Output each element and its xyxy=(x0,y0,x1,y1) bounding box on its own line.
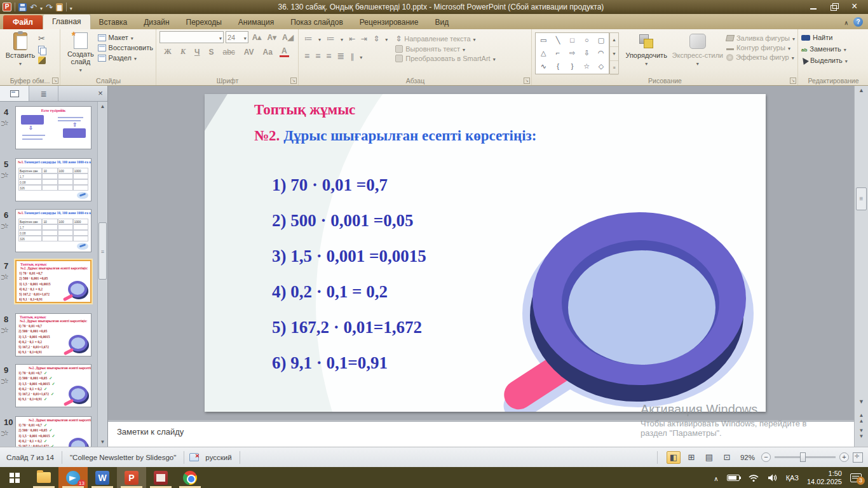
undo-dropdown-arrow[interactable] xyxy=(40,1,43,13)
convert-smartart-button[interactable]: Преобразовать в SmartArt xyxy=(395,55,495,62)
slides-tab[interactable] xyxy=(0,86,29,101)
bullets-icon[interactable] xyxy=(304,32,313,44)
copy-icon[interactable] xyxy=(38,46,46,54)
notification-center-icon[interactable]: 3 xyxy=(850,473,862,482)
drawing-dialog-launcher[interactable] xyxy=(790,78,796,84)
change-case-button[interactable]: Aa xyxy=(261,48,275,57)
main-scrollbar[interactable] xyxy=(854,86,868,447)
font-size-combo[interactable]: 24 xyxy=(226,31,248,43)
fit-slide-button[interactable] xyxy=(853,452,863,463)
new-slide-dropdown-arrow[interactable] xyxy=(79,65,82,73)
slide-sorter-button[interactable]: ⊞ xyxy=(684,451,698,464)
italic-button[interactable]: К xyxy=(179,47,187,57)
restore-button[interactable] xyxy=(830,3,839,11)
slide-thumbnail-5[interactable]: 5 №1.Төмендегі сандарды 10, 100 және 100… xyxy=(1,157,95,208)
tab-insert[interactable]: Вставка xyxy=(91,16,136,29)
problems-list[interactable]: 1) 70 · 0,01 =0,72) 500 · 0,001 =0,053) … xyxy=(272,175,426,389)
shape-effects-button[interactable]: Эффекты фигур xyxy=(726,53,795,61)
powerpoint-app-icon[interactable] xyxy=(3,3,11,11)
previous-slide-icon[interactable] xyxy=(855,412,868,424)
tray-clock[interactable]: 1:50 14.02.2025 xyxy=(807,470,842,486)
character-spacing-button[interactable]: AV xyxy=(242,48,256,57)
tab-home[interactable]: Главная xyxy=(43,14,91,29)
panel-scroll-up-icon[interactable] xyxy=(98,102,107,111)
wifi-icon[interactable] xyxy=(748,473,759,482)
line-spacing-icon[interactable] xyxy=(373,32,379,44)
tab-design[interactable]: Дизайн xyxy=(135,16,177,29)
panel-scroll-thumb[interactable] xyxy=(98,222,107,280)
layout-button[interactable]: Макет xyxy=(98,34,153,41)
scroll-down-icon[interactable] xyxy=(855,398,868,405)
cut-icon[interactable] xyxy=(38,34,46,43)
slide-thumbnail-8[interactable]: 8 Топтық жұмыс №2. Дұрыс шығарылған есеп… xyxy=(1,312,95,363)
panel-scrollbar[interactable] xyxy=(97,102,107,447)
language-indicator[interactable]: русский xyxy=(203,454,234,461)
reading-view-button[interactable]: ▤ xyxy=(702,451,716,464)
tab-file[interactable]: Файл xyxy=(3,15,43,29)
theme-name[interactable]: "College Newsletter by Slidesgo" xyxy=(67,454,179,461)
save-icon[interactable] xyxy=(18,3,27,11)
reset-button[interactable]: Восстановить xyxy=(98,44,153,51)
paste-dropdown-arrow[interactable] xyxy=(19,59,22,67)
close-panel-icon[interactable] xyxy=(93,86,107,101)
slide-subtitle[interactable]: №2. Дұрыс шығарылған есепті көрсетіңіз: xyxy=(254,128,536,144)
clear-formatting-icon[interactable]: A◢ xyxy=(280,33,295,42)
new-slide-button[interactable]: Создать слайд xyxy=(64,31,98,73)
taskbar-powerpoint-active[interactable] xyxy=(117,467,146,488)
slide-thumbnail-4[interactable]: 4 Есте түсірейік ⇩ ⇧ xyxy=(1,105,95,156)
taskbar-telegram[interactable]: 13 xyxy=(58,467,88,488)
shapes-gallery-scroll[interactable]: ▲▼≡ xyxy=(609,32,618,74)
decrease-indent-icon[interactable] xyxy=(349,32,355,44)
shadow-button[interactable]: S xyxy=(207,48,215,57)
paste-icon[interactable] xyxy=(56,3,63,11)
battery-icon[interactable] xyxy=(727,475,740,481)
taskbar-word[interactable] xyxy=(88,467,117,488)
clipboard-dialog-launcher[interactable] xyxy=(52,78,58,84)
slide-thumbnail-10[interactable]: 10 №2. Дұрыс шығарылған есепті көрсетіңі… xyxy=(1,415,95,447)
slide-title[interactable]: Топтық жұмыс xyxy=(254,102,355,118)
arrange-button[interactable]: Упорядочить xyxy=(623,31,670,73)
section-button[interactable]: Раздел xyxy=(98,54,153,62)
normal-view-button[interactable]: ◧ xyxy=(667,451,681,464)
slide-canvas[interactable]: Топтық жұмыс №2. Дұрыс шығарылған есепті… xyxy=(205,94,766,412)
shape-outline-button[interactable]: Контур фигуры xyxy=(726,44,795,51)
zoom-slider[interactable] xyxy=(775,456,836,458)
shapes-gallery[interactable]: ▭╲□○▢△⌐⇨⇩◠∿{}☆◇ xyxy=(535,32,609,74)
strikethrough-button[interactable]: abc xyxy=(220,48,236,57)
scroll-up-icon[interactable] xyxy=(855,87,868,93)
collapse-ribbon-icon[interactable] xyxy=(844,16,848,27)
tray-expand-icon[interactable] xyxy=(714,472,718,484)
help-icon[interactable] xyxy=(853,17,863,27)
align-right-icon[interactable] xyxy=(326,50,331,62)
spellcheck-icon[interactable] xyxy=(189,453,199,461)
format-painter-icon[interactable] xyxy=(38,57,46,64)
taskbar-explorer[interactable] xyxy=(29,467,58,488)
redo-icon[interactable] xyxy=(46,1,53,13)
outline-tab[interactable] xyxy=(29,86,58,101)
tab-animations[interactable]: Анимация xyxy=(230,16,282,29)
taskbar-picture-manager[interactable] xyxy=(146,467,175,488)
shrink-font-icon[interactable]: A▾ xyxy=(265,33,278,42)
text-direction-button[interactable]: Направление текста xyxy=(395,34,495,43)
tab-review[interactable]: Рецензирование xyxy=(351,16,427,29)
grow-font-icon[interactable]: A▴ xyxy=(250,33,264,42)
numbering-icon[interactable] xyxy=(327,32,335,44)
tab-transitions[interactable]: Переходы xyxy=(178,16,230,29)
tab-slideshow[interactable]: Показ слайдов xyxy=(282,16,351,29)
slideshow-button[interactable]: ⊡ xyxy=(720,451,734,464)
zoom-slider-thumb[interactable] xyxy=(800,452,806,462)
font-color-button[interactable]: А xyxy=(280,46,289,57)
shape-fill-button[interactable]: Заливка фигуры xyxy=(726,34,795,42)
minimize-button[interactable] xyxy=(810,3,818,11)
panel-scroll-down-icon[interactable] xyxy=(98,437,107,447)
slide-thumbnail-7-selected[interactable]: 7 Топтық жұмыс №2. Дұрыс шығарылған есеп… xyxy=(1,259,95,309)
scroll-thumb[interactable] xyxy=(856,187,867,210)
justify-icon[interactable] xyxy=(337,50,345,62)
find-button[interactable]: Найти xyxy=(801,34,848,41)
volume-icon[interactable] xyxy=(768,473,778,482)
close-button[interactable] xyxy=(850,3,859,11)
start-button[interactable] xyxy=(0,467,29,488)
undo-icon[interactable] xyxy=(30,1,37,13)
align-text-button[interactable]: Выровнять текст xyxy=(395,45,495,53)
zoom-in-button[interactable] xyxy=(839,452,849,462)
